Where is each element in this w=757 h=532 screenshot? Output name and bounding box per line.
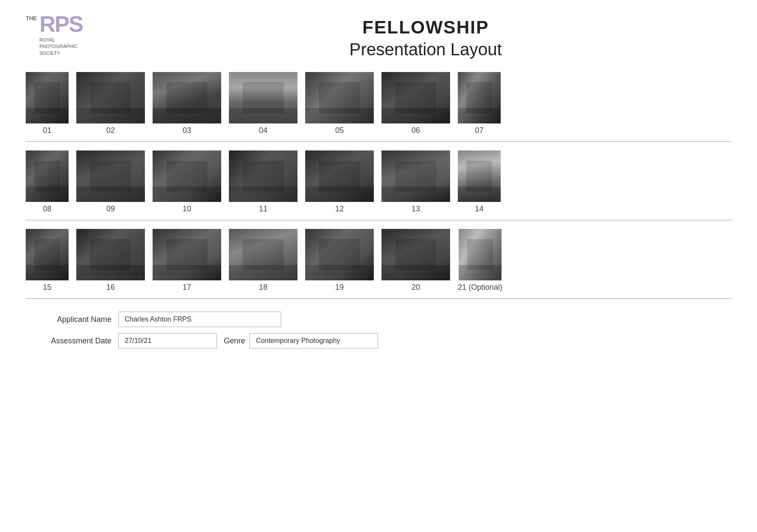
photo-num-09: 09 xyxy=(106,204,115,213)
logo-the-text: THE xyxy=(26,15,37,21)
photo-thumb-04 xyxy=(229,72,297,123)
photo-item: 17 xyxy=(153,229,221,292)
photo-thumb-03 xyxy=(153,72,221,123)
footer-section: Applicant Name Assessment Date Genre xyxy=(26,312,731,349)
logo-rps-group: RPS ROYAL PHOTOGRAPHIC SOCIETY xyxy=(39,13,83,57)
photo-thumb-14 xyxy=(458,150,501,202)
assessment-date-input[interactable] xyxy=(118,333,217,349)
photo-thumb-02 xyxy=(76,72,145,123)
logo-area: THE RPS ROYAL PHOTOGRAPHIC SOCIETY xyxy=(26,13,120,57)
title-area: FELLOWSHIP Presentation Layout xyxy=(120,13,731,59)
photo-item: 18 xyxy=(229,229,297,292)
photo-thumb-05 xyxy=(305,72,374,123)
photo-num-14: 14 xyxy=(475,204,484,213)
sub-title: Presentation Layout xyxy=(120,40,731,59)
photo-num-06: 06 xyxy=(412,126,420,135)
applicant-row: Applicant Name xyxy=(43,312,714,327)
photo-row-1: 01 02 03 04 05 06 07 xyxy=(26,72,731,142)
photo-item: 19 xyxy=(305,229,374,292)
photo-num-02: 02 xyxy=(106,126,115,135)
photo-item: 01 xyxy=(26,72,69,135)
photo-item: 20 xyxy=(382,229,450,292)
photo-item: 02 xyxy=(76,72,145,135)
photo-num-10: 10 xyxy=(183,204,191,213)
photo-item: 06 xyxy=(382,72,450,135)
photo-thumb-17 xyxy=(153,229,221,280)
photo-num-16: 16 xyxy=(106,283,115,292)
photo-item: 12 xyxy=(305,150,374,213)
photo-thumb-20 xyxy=(382,229,450,280)
page-header: THE RPS ROYAL PHOTOGRAPHIC SOCIETY FELLO… xyxy=(26,13,731,59)
assessment-label: Assessment Date xyxy=(43,337,111,346)
photo-num-01: 01 xyxy=(43,126,51,135)
photo-item: 03 xyxy=(153,72,221,135)
photo-grid: 01 02 03 04 05 06 07 08 xyxy=(26,72,731,299)
photo-thumb-13 xyxy=(382,150,450,202)
photo-item: 16 xyxy=(76,229,145,292)
photo-thumb-16 xyxy=(76,229,145,280)
photo-num-11: 11 xyxy=(259,204,267,213)
photo-item: 13 xyxy=(382,150,450,213)
photo-thumb-09 xyxy=(76,150,145,202)
photo-item: 04 xyxy=(229,72,297,135)
photo-thumb-12 xyxy=(305,150,374,202)
photo-num-12: 12 xyxy=(335,204,344,213)
photo-num-08: 08 xyxy=(43,204,51,213)
genre-label: Genre xyxy=(224,337,245,346)
photo-item: 05 xyxy=(305,72,374,135)
photo-num-04: 04 xyxy=(259,126,267,135)
assessment-row: Assessment Date Genre xyxy=(43,333,714,349)
photo-item: 14 xyxy=(458,150,501,213)
photo-num-03: 03 xyxy=(183,126,191,135)
rps-logo: RPS xyxy=(39,13,83,35)
photo-num-05: 05 xyxy=(335,126,344,135)
photo-thumb-08 xyxy=(26,150,69,202)
photo-num-18: 18 xyxy=(259,283,267,292)
applicant-label: Applicant Name xyxy=(43,315,111,324)
genre-group: Genre xyxy=(217,333,378,349)
photo-thumb-10 xyxy=(153,150,221,202)
photo-item: 10 xyxy=(153,150,221,213)
photo-num-21: 21 (Optional) xyxy=(458,283,502,292)
applicant-name-input[interactable] xyxy=(118,312,281,327)
photo-item: 11 xyxy=(229,150,297,213)
photo-thumb-15 xyxy=(26,229,69,280)
photo-row-2: 08 09 10 11 12 13 14 xyxy=(26,150,731,220)
photo-item: 08 xyxy=(26,150,69,213)
photo-thumb-06 xyxy=(382,72,450,123)
photo-num-13: 13 xyxy=(412,204,420,213)
genre-input[interactable] xyxy=(249,333,378,349)
photo-num-15: 15 xyxy=(43,283,51,292)
photo-num-19: 19 xyxy=(335,283,344,292)
photo-thumb-18 xyxy=(229,229,297,280)
photo-row-3: 15 16 17 18 19 20 21 (Optional) xyxy=(26,229,731,299)
main-title: FELLOWSHIP xyxy=(120,17,731,38)
photo-num-17: 17 xyxy=(183,283,191,292)
photo-thumb-21 xyxy=(459,229,502,280)
photo-thumb-01 xyxy=(26,72,69,123)
logo-subtitle: ROYAL PHOTOGRAPHIC SOCIETY xyxy=(39,37,83,57)
photo-num-07: 07 xyxy=(475,126,484,135)
photo-item: 07 xyxy=(458,72,501,135)
photo-item: 09 xyxy=(76,150,145,213)
photo-thumb-07 xyxy=(458,72,501,123)
photo-num-20: 20 xyxy=(412,283,420,292)
photo-thumb-19 xyxy=(305,229,374,280)
photo-item: 21 (Optional) xyxy=(458,229,502,292)
photo-thumb-11 xyxy=(229,150,297,202)
photo-item: 15 xyxy=(26,229,69,292)
